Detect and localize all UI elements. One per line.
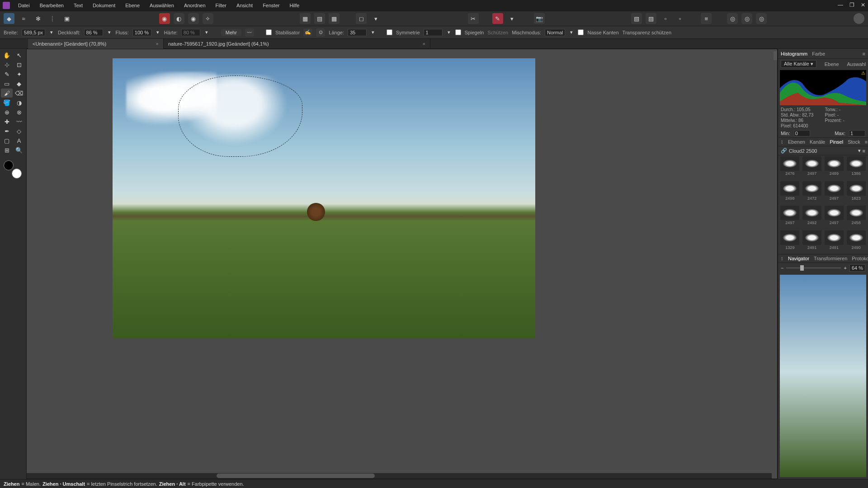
menu-help[interactable]: Hilfe bbox=[288, 2, 301, 9]
arrange-back-icon[interactable]: ▨ bbox=[646, 13, 656, 24]
stack-icon[interactable]: ◎ bbox=[727, 13, 738, 24]
flow-field[interactable]: 100 % bbox=[132, 29, 151, 36]
brush-preset[interactable]: 2497 bbox=[780, 206, 800, 227]
panel-menu-icon[interactable]: ≡ bbox=[865, 139, 868, 145]
menu-arrange[interactable]: Anordnen bbox=[182, 2, 208, 9]
zoom-in-button[interactable]: + bbox=[844, 265, 846, 271]
rope-mode-icon[interactable]: ✍ bbox=[303, 28, 312, 37]
brush-category-select[interactable]: Cloud2 2500 bbox=[789, 148, 817, 154]
opacity-field[interactable]: 86 % bbox=[84, 29, 103, 36]
swatch-red-icon[interactable]: ◉ bbox=[159, 13, 170, 24]
document-tab-1[interactable]: <Unbenannt> [Geändert] (70,8%)× bbox=[28, 39, 164, 49]
selection-brush-icon[interactable]: ✎ bbox=[1, 70, 13, 79]
dodge-tool-icon[interactable]: ◑ bbox=[13, 98, 25, 107]
chevron-down-icon[interactable]: ▾ bbox=[858, 148, 861, 154]
handle-icon[interactable]: ⫶ bbox=[781, 256, 783, 261]
stabilizer-checkbox[interactable] bbox=[266, 29, 272, 35]
link-icon[interactable]: 🔗 bbox=[781, 148, 787, 154]
symmetry-field[interactable]: 1 bbox=[424, 29, 443, 36]
photo-persona-icon[interactable]: ◆ bbox=[4, 13, 14, 24]
chevron-down-icon[interactable]: ▾ bbox=[49, 29, 54, 35]
brush-preset[interactable]: 2497 bbox=[824, 206, 844, 227]
wand-tool-icon[interactable]: ✦ bbox=[13, 70, 25, 79]
color-wheel-icon[interactable]: ◉ bbox=[188, 13, 199, 24]
brush-preset[interactable]: 2489 bbox=[824, 156, 844, 178]
arrange-front-icon[interactable]: ▧ bbox=[631, 13, 642, 24]
panel-menu-icon[interactable]: ≡ bbox=[863, 51, 865, 56]
navigator-preview[interactable] bbox=[780, 275, 866, 477]
max-field[interactable] bbox=[849, 130, 865, 136]
menu-file[interactable]: Datei bbox=[16, 2, 32, 9]
brush-preset[interactable]: 1823 bbox=[846, 181, 866, 203]
menu-document[interactable]: Dokument bbox=[91, 2, 117, 9]
crop-icon[interactable]: ✂ bbox=[468, 13, 479, 24]
vertical-scrollbar[interactable] bbox=[774, 51, 777, 60]
marquee-sub-icon[interactable]: ▨ bbox=[314, 13, 325, 24]
heal-tool-icon[interactable]: ✚ bbox=[1, 117, 13, 126]
tab-color[interactable]: Farbe bbox=[812, 51, 825, 56]
align-icon[interactable]: ≡ bbox=[701, 13, 712, 24]
scope-layer-button[interactable]: Ebene bbox=[822, 61, 842, 67]
chevron-down-icon[interactable]: ▾ bbox=[569, 29, 574, 35]
wand-icon[interactable]: ✧ bbox=[203, 13, 213, 24]
fill-tool-icon[interactable]: 🪣 bbox=[1, 98, 13, 107]
force-pressure-icon[interactable]: 〰 bbox=[245, 28, 254, 37]
brush-preset[interactable]: 2458 bbox=[846, 206, 866, 227]
brush-preset[interactable]: 2497 bbox=[824, 181, 844, 203]
chevron-down-icon[interactable]: ▾ bbox=[204, 29, 209, 35]
brush-preset[interactable]: 2491 bbox=[824, 230, 844, 252]
symmetry-checkbox[interactable] bbox=[387, 29, 392, 35]
canvas-viewport[interactable] bbox=[26, 49, 778, 479]
stack-icon[interactable]: ◎ bbox=[741, 13, 752, 24]
snapshot-icon[interactable]: 📷 bbox=[534, 13, 545, 24]
tab-layers[interactable]: Ebenen bbox=[788, 139, 805, 145]
menu-text[interactable]: Text bbox=[72, 2, 85, 9]
account-avatar[interactable] bbox=[854, 13, 864, 24]
chevron-down-icon[interactable]: ▾ bbox=[446, 29, 452, 35]
stack-icon[interactable]: ◎ bbox=[756, 13, 767, 24]
menu-view[interactable]: Ansicht bbox=[235, 2, 255, 9]
min-field[interactable] bbox=[794, 130, 810, 136]
dropdown-icon[interactable]: ▾ bbox=[507, 13, 518, 24]
mesh-tool-icon[interactable]: ⊞ bbox=[1, 145, 13, 155]
develop-persona-icon[interactable]: ✻ bbox=[33, 13, 43, 24]
close-icon[interactable]: ✕ bbox=[861, 2, 865, 8]
menu-window[interactable]: Fenster bbox=[261, 2, 281, 9]
node-tool-icon[interactable]: ◇ bbox=[13, 127, 25, 136]
brush-preset[interactable]: 2476 bbox=[780, 156, 800, 178]
menu-layer[interactable]: Ebene bbox=[123, 2, 142, 9]
tab-stock[interactable]: Stock bbox=[848, 139, 860, 145]
more-button[interactable]: Mehr bbox=[221, 29, 241, 36]
brush-preset[interactable]: 1329 bbox=[780, 230, 800, 252]
wet-edges-checkbox[interactable] bbox=[578, 29, 584, 35]
tab-channels[interactable]: Kanäle bbox=[810, 139, 825, 145]
marquee-int-icon[interactable]: ▩ bbox=[329, 13, 340, 24]
shape-tool-icon[interactable]: ▢ bbox=[1, 136, 13, 145]
tab-history[interactable]: Protokoll bbox=[852, 256, 868, 261]
export-persona-icon[interactable]: ▣ bbox=[61, 13, 72, 24]
tab-close-icon[interactable]: × bbox=[156, 41, 159, 47]
brush-preset[interactable]: 1386 bbox=[846, 156, 866, 178]
hardness-field[interactable]: 80 % bbox=[181, 29, 200, 36]
blendmode-field[interactable]: Normal bbox=[545, 29, 565, 36]
zoom-out-button[interactable]: − bbox=[781, 265, 783, 271]
quick-mask-icon[interactable]: ◻ bbox=[356, 13, 367, 24]
move-tool-icon[interactable]: ↖ bbox=[13, 51, 25, 60]
smudge-tool-icon[interactable]: 〰 bbox=[13, 117, 25, 126]
tab-navigator[interactable]: Navigator bbox=[788, 256, 809, 261]
menu-select[interactable]: Auswählen bbox=[148, 2, 176, 9]
zoom-tool-icon[interactable]: 🔍 bbox=[13, 145, 25, 155]
assistant-icon[interactable]: ✎ bbox=[492, 13, 503, 24]
width-field[interactable]: 589,5 px bbox=[22, 29, 45, 36]
paint-brush-tool-icon[interactable]: 🖌 bbox=[1, 89, 13, 98]
pen-tool-icon[interactable]: ✒ bbox=[1, 127, 13, 136]
marquee-add-icon[interactable]: ▦ bbox=[300, 13, 311, 24]
mirror-checkbox[interactable] bbox=[455, 29, 461, 35]
dropdown-icon[interactable]: ▾ bbox=[370, 13, 381, 24]
brush-preset[interactable]: 2490 bbox=[846, 230, 866, 252]
document-tab-2[interactable]: nature-7595617_1920.jpg [Geändert] (64,1… bbox=[164, 39, 430, 49]
scope-selection-button[interactable]: Auswahl bbox=[844, 61, 868, 67]
view-tool-icon[interactable]: ⊹ bbox=[1, 60, 13, 69]
hand-tool-icon[interactable]: ✋ bbox=[1, 51, 13, 60]
minimize-icon[interactable]: — bbox=[838, 2, 843, 8]
